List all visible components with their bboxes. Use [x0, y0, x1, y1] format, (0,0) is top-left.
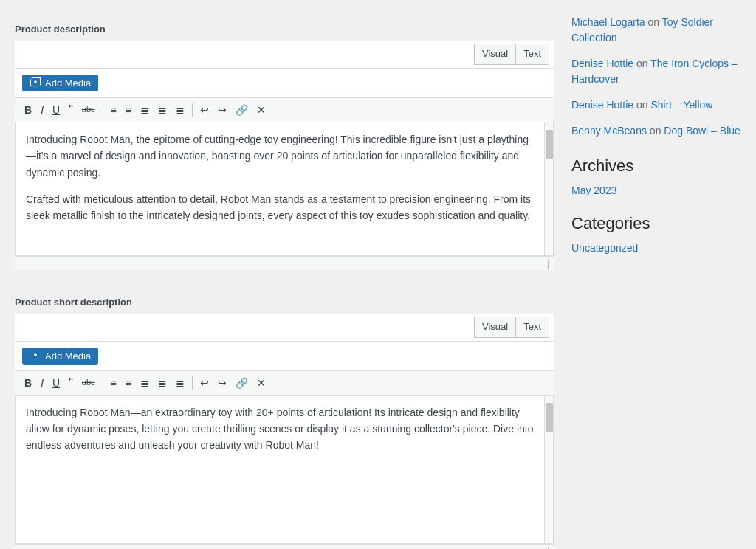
visual-tab-1[interactable]: Visual	[474, 44, 515, 65]
editor-body-container-1: Introducing Robot Man, the epitome of cu…	[15, 122, 554, 256]
editor-paragraph-1-2: Crafted with meticulous attention to det…	[26, 191, 534, 224]
recent-comments-widget: Michael Logarta on Toy Soldier Collectio…	[571, 15, 741, 139]
recent-comments-list: Michael Logarta on Toy Soldier Collectio…	[571, 15, 741, 139]
categories-list: Uncategorized	[571, 242, 741, 254]
product-short-description-label: Product short description	[15, 288, 554, 314]
strikethrough-btn-1[interactable]: abc	[78, 103, 99, 116]
add-media-icon-2	[30, 351, 41, 361]
italic-btn-2[interactable]: I	[37, 376, 47, 390]
add-media-button-2[interactable]: Add Media	[22, 348, 98, 365]
visual-tab-2[interactable]: Visual	[474, 317, 515, 338]
ol-btn-1[interactable]: ≡	[122, 103, 135, 117]
recent-comment: Michael Logarta on Toy Soldier Collectio…	[571, 15, 741, 46]
toolbar-sep-1	[103, 103, 103, 117]
product-description-editor: Visual Text	[15, 41, 554, 270]
add-media-icon-1	[30, 77, 41, 88]
ol-btn-2[interactable]: ≡	[122, 376, 135, 390]
editor-body-container-2: Introducing Robot Man—an extraordinary t…	[15, 396, 554, 544]
add-media-button-1[interactable]: Add Media	[22, 75, 98, 92]
category-item: Uncategorized	[571, 242, 741, 254]
text-tab-2[interactable]: Text	[515, 317, 549, 338]
toolbar-sep-4	[192, 376, 193, 390]
undo-btn-1[interactable]: ↩	[196, 103, 213, 117]
sidebar: Michael Logarta on Toy Soldier Collectio…	[571, 15, 741, 549]
editor-topbar-1: Visual Text	[15, 41, 554, 69]
on-text: on	[648, 16, 660, 28]
resize-handle-1[interactable]: ⌠	[546, 258, 551, 269]
comment-author-link[interactable]: Denise Hottie	[571, 99, 633, 111]
page-wrapper: Product description Visual Text	[0, 0, 756, 549]
toolbar-sep-2	[192, 103, 193, 117]
comment-author-link[interactable]: Michael Logarta	[571, 16, 645, 28]
add-media-label-2: Add Media	[45, 351, 91, 362]
toolbar-1: B I U " abc ≡ ≡ ≣ ≣ ≣ ↩ ↪ 🔗 ✕	[15, 98, 554, 122]
toolbar-sep-3	[103, 376, 103, 390]
recent-comment: Denise Hottie on Shirt – Yellow	[571, 97, 741, 113]
editor-body-2[interactable]: Introducing Robot Man—an extraordinary t…	[16, 396, 544, 543]
add-media-bar-2: Add Media	[15, 342, 554, 371]
resize-handle-2[interactable]: ⌠	[546, 546, 551, 549]
editor-paragraph-1-1: Introducing Robot Man, the epitome of cu…	[26, 131, 534, 181]
categories-widget: Categories Uncategorized	[571, 214, 741, 254]
bold-btn-1[interactable]: B	[21, 103, 35, 117]
editor-paragraph-2-1: Introducing Robot Man—an extraordinary t…	[26, 404, 534, 454]
editor-scrollbar-1[interactable]	[544, 122, 553, 255]
recent-comment: Benny McBeans on Dog Bowl – Blue	[571, 123, 741, 139]
archives-title: Archives	[571, 156, 741, 176]
blockquote-btn-2[interactable]: "	[65, 375, 77, 391]
editor-body-1[interactable]: Introducing Robot Man, the epitome of cu…	[16, 122, 544, 255]
align-center-btn-1[interactable]: ≣	[154, 103, 171, 117]
link-btn-1[interactable]: 🔗	[232, 103, 252, 117]
archives-list: May 2023	[571, 184, 741, 196]
on-text: on	[636, 99, 648, 111]
underline-btn-1[interactable]: U	[49, 103, 63, 117]
add-media-bar-1: Add Media	[15, 69, 554, 98]
editor-scrollbar-2[interactable]	[544, 396, 553, 543]
categories-title: Categories	[571, 214, 741, 233]
comment-post-link[interactable]: Shirt – Yellow	[650, 99, 712, 111]
undo-btn-2[interactable]: ↩	[196, 376, 213, 390]
strikethrough-btn-2[interactable]: abc	[78, 376, 99, 389]
product-description-label: Product description	[15, 15, 554, 41]
ul-btn-2[interactable]: ≡	[107, 376, 120, 390]
editor-resize-1: ⌠	[15, 256, 554, 270]
blockquote-btn-1[interactable]: "	[65, 102, 77, 118]
product-short-description-editor: Visual Text Add Media	[15, 314, 554, 549]
product-description-section: Product description Visual Text	[15, 15, 554, 270]
redo-btn-2[interactable]: ↪	[214, 376, 230, 390]
bold-btn-2[interactable]: B	[21, 376, 35, 390]
italic-btn-1[interactable]: I	[37, 103, 47, 117]
archives-widget: Archives May 2023	[571, 156, 741, 196]
on-text: on	[636, 58, 648, 69]
editor-scrollbar-thumb-2	[546, 403, 553, 432]
editor-resize-2: ⌠	[15, 544, 554, 549]
editor-topbar-2: Visual Text	[15, 314, 554, 342]
align-center-btn-2[interactable]: ≣	[154, 376, 171, 390]
align-right-btn-2[interactable]: ≣	[172, 376, 188, 390]
text-tab-1[interactable]: Text	[515, 44, 549, 65]
align-left-btn-2[interactable]: ≣	[137, 376, 153, 390]
recent-comment: Denise Hottie on The Iron Cyclops – Hard…	[571, 56, 741, 87]
add-media-label-1: Add Media	[45, 77, 91, 89]
link-btn-2[interactable]: 🔗	[232, 376, 252, 390]
comment-author-link[interactable]: Denise Hottie	[571, 58, 633, 69]
underline-btn-2[interactable]: U	[49, 376, 63, 390]
comment-post-link[interactable]: Dog Bowl – Blue	[664, 125, 740, 137]
on-text: on	[650, 125, 662, 137]
comment-author-link[interactable]: Benny McBeans	[571, 125, 647, 137]
align-left-btn-1[interactable]: ≣	[137, 103, 153, 117]
unlink-btn-1[interactable]: ✕	[253, 103, 269, 117]
align-right-btn-1[interactable]: ≣	[172, 103, 188, 117]
editor-scrollbar-thumb-1	[546, 130, 553, 159]
redo-btn-1[interactable]: ↪	[214, 103, 230, 117]
toolbar-2: B I U " abc ≡ ≡ ≣ ≣ ≣ ↩ ↪ 🔗 ✕	[15, 371, 554, 396]
ul-btn-1[interactable]: ≡	[107, 103, 120, 117]
unlink-btn-2[interactable]: ✕	[253, 376, 269, 390]
category-link[interactable]: Uncategorized	[571, 242, 638, 254]
main-content: Product description Visual Text	[15, 15, 554, 549]
archive-item: May 2023	[571, 184, 741, 196]
product-short-description-section: Product short description Visual Text	[15, 288, 554, 549]
archive-link[interactable]: May 2023	[571, 184, 616, 196]
